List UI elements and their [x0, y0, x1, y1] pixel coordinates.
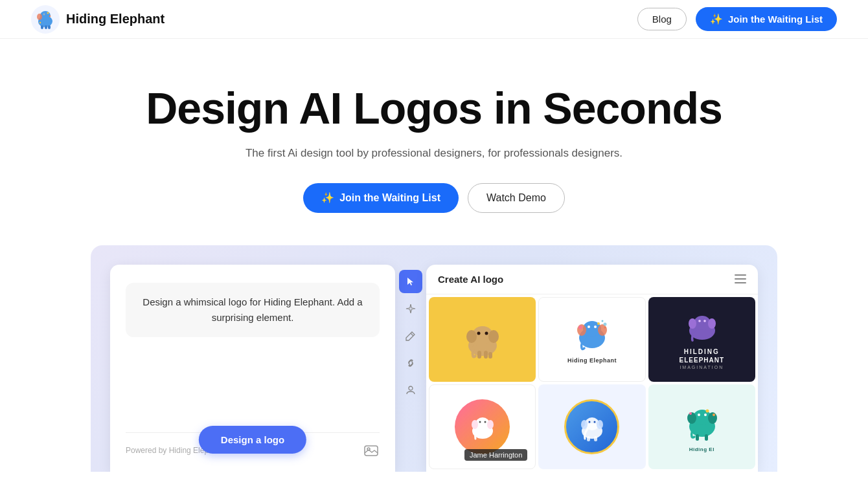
- svg-rect-21: [477, 351, 481, 359]
- svg-point-32: [602, 320, 604, 322]
- svg-point-27: [598, 324, 607, 336]
- logo-2-text: Hiding Elephant: [567, 357, 617, 364]
- image-upload-icon[interactable]: [363, 442, 380, 459]
- svg-point-37: [689, 318, 696, 329]
- svg-point-46: [485, 421, 486, 423]
- toolbar: [395, 265, 426, 472]
- svg-point-33: [578, 326, 582, 329]
- hero-demo-button[interactable]: Watch Demo: [468, 183, 565, 213]
- svg-point-51: [589, 421, 591, 423]
- svg-rect-9: [41, 25, 43, 29]
- wand-icon: ✨: [710, 13, 723, 25]
- svg-point-57: [687, 412, 696, 424]
- svg-point-26: [577, 324, 586, 336]
- logo-text: Hiding Elephant: [66, 12, 165, 27]
- hero-title: Design AI Logos in Seconds: [146, 84, 722, 133]
- toolbar-sparkle[interactable]: [399, 297, 422, 320]
- hero-wand-icon: ✨: [321, 192, 334, 204]
- svg-rect-54: [594, 436, 597, 441]
- chat-panel: Design a whimsical logo for Hiding Eleph…: [110, 265, 395, 472]
- elephant-logo-5: [574, 410, 610, 443]
- svg-point-5: [43, 14, 44, 14]
- svg-point-20: [485, 331, 488, 335]
- svg-point-34: [604, 323, 607, 326]
- nav-waitlist-button[interactable]: ✨ Join the Waiting List: [696, 7, 837, 31]
- elephant-logo-3: [678, 309, 726, 344]
- elephant-logo-2: [567, 315, 616, 353]
- svg-point-63: [713, 414, 715, 416]
- tooltip-text: Jame Harrington: [470, 451, 522, 459]
- svg-rect-53: [587, 436, 590, 441]
- svg-point-62: [689, 412, 692, 415]
- toolbar-pen[interactable]: [399, 324, 422, 348]
- blog-button[interactable]: Blog: [637, 8, 687, 30]
- svg-point-19: [477, 331, 480, 335]
- svg-point-58: [708, 412, 717, 424]
- elephant-logo-4: [464, 410, 500, 443]
- elephant-logo-1: [460, 318, 505, 360]
- logo-3-line2: ELEEPHANT: [680, 357, 725, 364]
- nav-waitlist-label: Join the Waiting List: [728, 14, 823, 25]
- svg-point-8: [40, 21, 41, 23]
- logo-icon: [31, 5, 60, 34]
- tooltip-tag: Jame Harrington: [464, 449, 527, 461]
- svg-point-50: [597, 420, 603, 429]
- svg-point-14: [409, 386, 413, 390]
- chat-text: Design a whimsical logo for Hiding Eleph…: [143, 296, 362, 323]
- svg-point-29: [594, 326, 597, 328]
- ai-panel-title: Create AI logo: [438, 274, 503, 285]
- logo-cell-6: Hiding El: [648, 384, 755, 469]
- hero-subtitle: The first Ai design tool by professional…: [246, 147, 622, 160]
- svg-point-43: [472, 420, 478, 429]
- logo-container: Hiding Elephant: [31, 5, 165, 34]
- svg-point-7: [49, 15, 51, 16]
- hero-section: Design AI Logos in Seconds The first Ai …: [0, 39, 868, 472]
- svg-point-3: [37, 14, 42, 20]
- svg-rect-22: [484, 351, 488, 359]
- svg-point-30: [597, 322, 600, 325]
- ai-logo-panel: Create AI logo: [426, 265, 758, 472]
- svg-point-17: [466, 330, 477, 343]
- svg-point-39: [698, 320, 701, 322]
- logo-cell-5: [538, 384, 645, 469]
- svg-rect-23: [488, 352, 492, 359]
- hero-waitlist-label: Join the Waiting List: [339, 192, 440, 204]
- svg-point-40: [703, 320, 706, 322]
- svg-point-6: [47, 12, 49, 14]
- svg-rect-10: [45, 25, 47, 29]
- app-preview: Design a whimsical logo for Hiding Eleph…: [91, 245, 777, 472]
- logo-cell-1: [429, 297, 536, 382]
- ai-panel-header: Create AI logo: [426, 265, 758, 294]
- svg-point-45: [479, 421, 481, 423]
- toolbar-link[interactable]: [399, 351, 422, 375]
- navbar: Hiding Elephant Blog ✨ Join the Waiting …: [0, 0, 868, 39]
- svg-rect-65: [705, 434, 708, 441]
- svg-point-44: [487, 420, 494, 429]
- hamburger-icon[interactable]: [735, 274, 746, 283]
- logo-cell-4: Jame Harrington: [429, 384, 536, 469]
- svg-rect-12: [365, 446, 378, 456]
- toolbar-cursor[interactable]: [399, 270, 422, 293]
- design-button[interactable]: Design a logo: [199, 426, 306, 454]
- logo-6-text: Hiding El: [689, 447, 714, 452]
- nav-actions: Blog ✨ Join the Waiting List: [637, 7, 837, 31]
- logo-grid: Hiding Elephant: [426, 294, 758, 472]
- toolbar-person[interactable]: [399, 379, 422, 402]
- svg-point-31: [604, 327, 606, 329]
- svg-point-38: [708, 318, 716, 329]
- svg-rect-11: [48, 25, 51, 29]
- svg-point-49: [581, 420, 588, 429]
- logo-3-line1: HILDING: [684, 348, 720, 355]
- svg-rect-64: [696, 434, 699, 441]
- logo-3-line3: IMAGINATION: [680, 365, 724, 370]
- hero-waitlist-button[interactable]: ✨ Join the Waiting List: [303, 183, 459, 213]
- svg-point-18: [488, 330, 499, 343]
- svg-point-52: [594, 421, 596, 423]
- hero-buttons: ✨ Join the Waiting List Watch Demo: [303, 183, 565, 213]
- svg-point-28: [588, 326, 590, 328]
- svg-point-61: [705, 410, 709, 413]
- svg-point-60: [704, 414, 707, 416]
- elephant-logo-6: [678, 401, 726, 443]
- logo-cell-3: HILDING ELEEPHANT IMAGINATION: [648, 297, 755, 382]
- svg-point-59: [698, 414, 700, 416]
